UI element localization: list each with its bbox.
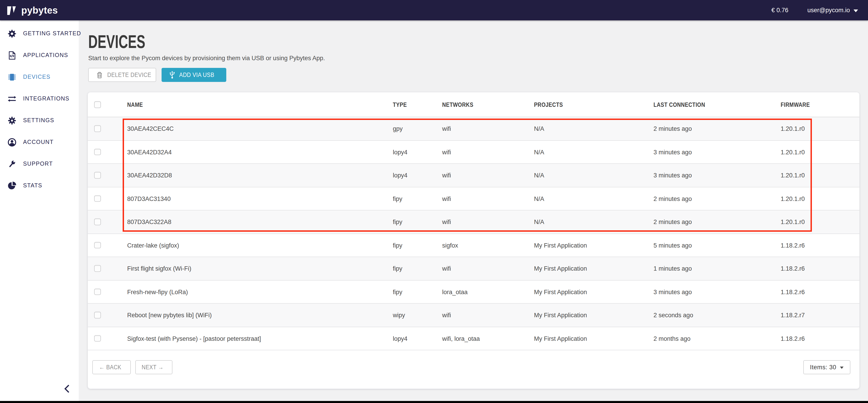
column-header-type: TYPE — [393, 92, 407, 117]
table-body: 30AEA42CEC4CgpywifiN/A2 minutes ago1.20.… — [88, 117, 859, 350]
pie-chart-icon — [7, 181, 17, 190]
cell-type: lopy4 — [393, 164, 407, 187]
next-label: NEXT → — [142, 364, 163, 371]
row-select-cell — [94, 195, 101, 202]
cell-projects: My First Application — [534, 280, 587, 304]
sidebar-item-label: STATS — [23, 182, 42, 189]
cell-networks: wifi — [442, 141, 451, 164]
chevron-left-icon — [62, 383, 73, 394]
row-checkbox[interactable] — [94, 149, 101, 155]
chevron-down-icon — [840, 366, 843, 369]
row-checkbox[interactable] — [94, 335, 101, 342]
sidebar: GETTING STARTEDAPPLICATIONSDEVICESINTEGR… — [0, 20, 79, 401]
cell-name: 30AEA42D32D8 — [127, 164, 172, 187]
code-file-icon — [7, 51, 17, 60]
table-row[interactable]: 30AEA42D32D8lopy4wifiN/A3 minutes ago1.2… — [88, 164, 859, 187]
select-all-checkbox[interactable] — [94, 101, 101, 108]
pybytes-logo-icon — [6, 4, 18, 16]
cell-last_connection: 3 minutes ago — [653, 141, 692, 164]
cell-networks: wifi — [442, 187, 451, 211]
add-via-usb-button[interactable]: ADD VIA USB — [161, 68, 226, 82]
cell-firmware: 1.20.1.r0 — [781, 141, 805, 164]
table-header-row: NAMETYPENETWORKSPROJECTSLAST CONNECTIONF… — [88, 92, 859, 117]
cell-projects: N/A — [534, 187, 544, 211]
back-button[interactable]: ← BACK — [92, 360, 131, 374]
row-checkbox[interactable] — [94, 195, 101, 202]
table-row[interactable]: Fresh-new-fipy (LoRa)fipylora_otaaMy Fir… — [88, 280, 859, 304]
row-checkbox[interactable] — [94, 242, 101, 248]
row-checkbox[interactable] — [94, 172, 101, 179]
cell-type: fipy — [393, 211, 402, 234]
cell-projects: N/A — [534, 211, 544, 234]
cell-projects: N/A — [534, 141, 544, 164]
sidebar-collapse-button[interactable] — [62, 383, 73, 394]
cell-last_connection: 3 minutes ago — [653, 280, 692, 304]
row-checkbox[interactable] — [94, 312, 101, 318]
cell-networks: wifi, lora_otaa — [442, 327, 480, 350]
cell-name: Reboot [new pybytes lib] (WiFi) — [127, 304, 212, 327]
row-checkbox[interactable] — [94, 125, 101, 132]
table-row[interactable]: 30AEA42D32A4lopy4wifiN/A3 minutes ago1.2… — [88, 141, 859, 164]
column-header-name: NAME — [127, 92, 143, 117]
row-select-cell — [94, 219, 101, 225]
sidebar-item-label: GETTING STARTED — [23, 30, 81, 37]
cell-last_connection: 2 months ago — [653, 327, 691, 350]
table-row[interactable]: 807D3AC322A8fipywifiN/A2 minutes ago1.20… — [88, 211, 859, 234]
row-select-cell — [94, 312, 101, 318]
sidebar-item-support[interactable]: SUPPORT — [0, 153, 79, 175]
sidebar-item-applications[interactable]: APPLICATIONS — [0, 44, 79, 66]
sidebar-item-account[interactable]: ACCOUNT — [0, 131, 79, 153]
items-per-page-label: Items: 30 — [810, 364, 836, 371]
select-all-cell — [94, 101, 101, 108]
row-checkbox[interactable] — [94, 265, 101, 272]
cell-name: 807D3AC31340 — [127, 187, 170, 211]
cell-projects: My First Application — [534, 304, 587, 327]
table-row[interactable]: Reboot [new pybytes lib] (WiFi)wipywifiM… — [88, 304, 859, 327]
cell-networks: lora_otaa — [442, 280, 468, 304]
sidebar-item-integrations[interactable]: INTEGRATIONS — [0, 88, 79, 110]
sidebar-item-devices[interactable]: DEVICES — [0, 66, 79, 88]
cell-networks: wifi — [442, 211, 451, 234]
sidebar-item-getting-started[interactable]: GETTING STARTED — [0, 23, 79, 44]
sidebar-item-label: SUPPORT — [23, 161, 53, 167]
cell-networks: wifi — [442, 304, 451, 327]
cell-type: gpy — [393, 117, 403, 141]
next-button[interactable]: NEXT → — [135, 360, 173, 374]
arrows-swap-icon — [7, 94, 17, 103]
chevron-down-icon — [854, 9, 858, 12]
user-email: user@pycom.io — [807, 7, 850, 13]
row-select-cell — [94, 335, 101, 342]
row-select-cell — [94, 265, 101, 272]
items-per-page-dropdown[interactable]: Items: 30 — [803, 360, 850, 374]
cell-type: lopy4 — [393, 327, 407, 350]
table-row[interactable]: First flight sigfox (Wi-Fi)fipywifiMy Fi… — [88, 257, 859, 280]
sidebar-item-stats[interactable]: STATS — [0, 175, 79, 196]
row-select-cell — [94, 288, 101, 295]
cell-name: Crater-lake (sigfox) — [127, 234, 179, 257]
row-checkbox[interactable] — [94, 219, 101, 225]
sidebar-item-label: ACCOUNT — [23, 139, 54, 145]
pybytes-logo[interactable]: pybytes — [6, 4, 58, 16]
row-select-cell — [94, 125, 101, 132]
bottom-strip — [0, 401, 868, 403]
user-menu[interactable]: user@pycom.io — [807, 7, 858, 13]
row-checkbox[interactable] — [94, 288, 101, 295]
user-icon — [7, 137, 17, 147]
delete-device-label: DELETE DEVICE — [107, 71, 151, 78]
cell-last_connection: 3 minutes ago — [653, 164, 692, 187]
cell-last_connection: 2 seconds ago — [653, 304, 693, 327]
delete-device-button[interactable]: DELETE DEVICE — [88, 68, 156, 82]
table-row[interactable]: Sigfox-test (with Pysense) - [pastoor pe… — [88, 327, 859, 350]
cell-last_connection: 2 minutes ago — [653, 117, 692, 141]
wrench-icon — [7, 159, 17, 168]
column-header-last_connection: LAST CONNECTION — [653, 92, 705, 117]
add-via-usb-label: ADD VIA USB — [179, 71, 214, 78]
sidebar-item-settings[interactable]: SETTINGS — [0, 110, 79, 131]
table-row[interactable]: Crater-lake (sigfox)fipysigfoxMy First A… — [88, 234, 859, 257]
cell-projects: N/A — [534, 117, 544, 141]
cell-firmware: 1.20.1.r0 — [781, 164, 805, 187]
cell-firmware: 1.20.1.r0 — [781, 211, 805, 234]
table-row[interactable]: 30AEA42CEC4CgpywifiN/A2 minutes ago1.20.… — [88, 117, 859, 141]
table-row[interactable]: 807D3AC31340fipywifiN/A2 minutes ago1.20… — [88, 187, 859, 211]
row-select-cell — [94, 149, 101, 155]
